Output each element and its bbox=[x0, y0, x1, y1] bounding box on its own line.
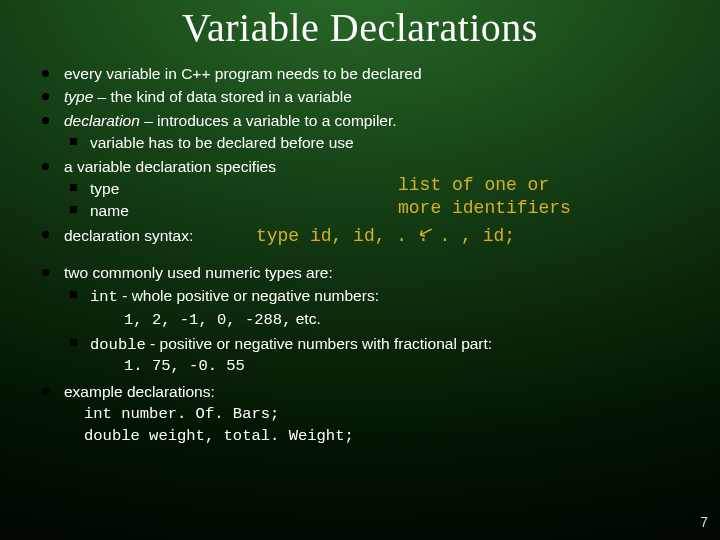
bullet-text: – introduces a variable to a compiler. bbox=[140, 112, 397, 129]
bullet-text: two commonly used numeric types are: bbox=[64, 264, 333, 281]
syntax-code: type id, id, . . . , id; bbox=[256, 226, 515, 246]
term-italic: declaration bbox=[64, 112, 140, 129]
bullet-text: - whole positive or negative numbers: bbox=[118, 287, 379, 304]
callout-line: more identifiers bbox=[398, 197, 571, 220]
sub-bullet-item: name bbox=[64, 200, 682, 221]
example-line: 1. 75, -0. 55 bbox=[90, 356, 682, 377]
bullet-item: type – the kind of data stored in a vari… bbox=[38, 86, 682, 107]
sub-bullet-item: int - whole positive or negative numbers… bbox=[64, 285, 682, 332]
code-line: int number. Of. Bars; bbox=[84, 403, 682, 425]
slide: Variable Declarations every variable in … bbox=[0, 0, 720, 540]
bullet-list: every variable in C++ program needs to b… bbox=[38, 63, 682, 448]
code-inline: 1, 2, -1, 0, -288, bbox=[124, 311, 291, 329]
bullet-item: declaration syntax: type id, id, . . . ,… bbox=[38, 224, 682, 249]
sub-list: variable has to be declared before use bbox=[64, 132, 682, 153]
bullet-item: every variable in C++ program needs to b… bbox=[38, 63, 682, 84]
bullet-text: type bbox=[90, 180, 119, 197]
bullet-item: example declarations: int number. Of. Ba… bbox=[38, 381, 682, 447]
bullet-text: – the kind of data stored in a variable bbox=[93, 88, 352, 105]
code-line: double weight, total. Weight; bbox=[84, 425, 682, 447]
bullet-item: a variable declaration specifies type na… bbox=[38, 156, 682, 222]
page-number: 7 bbox=[700, 514, 708, 530]
code-inline: double bbox=[90, 336, 146, 354]
term-italic: type bbox=[64, 88, 93, 105]
bullet-text: - positive or negative numbers with frac… bbox=[146, 335, 492, 352]
callout-line: list of one or bbox=[398, 174, 571, 197]
sub-list: type name bbox=[64, 178, 682, 222]
sub-bullet-item: type bbox=[64, 178, 682, 199]
code-block: int number. Of. Bars; double weight, tot… bbox=[64, 403, 682, 448]
bullet-text: name bbox=[90, 202, 129, 219]
sub-bullet-item: variable has to be declared before use bbox=[64, 132, 682, 153]
bullet-text: declaration syntax: bbox=[64, 227, 193, 244]
bullet-text: every variable in C++ program needs to b… bbox=[64, 65, 422, 82]
bullet-text: a variable declaration specifies bbox=[64, 158, 276, 175]
code-inline: int bbox=[90, 288, 118, 306]
slide-title: Variable Declarations bbox=[38, 4, 682, 51]
sub-list: int - whole positive or negative numbers… bbox=[64, 285, 682, 378]
sub-bullet-item: double - positive or negative numbers wi… bbox=[64, 333, 682, 378]
bullet-text: variable has to be declared before use bbox=[90, 134, 354, 151]
callout-annotation: list of one or more identifiers bbox=[398, 174, 571, 219]
bullet-text: etc. bbox=[291, 310, 320, 327]
example-line: 1, 2, -1, 0, -288, etc. bbox=[90, 308, 682, 331]
bullet-text: example declarations: bbox=[64, 383, 215, 400]
bullet-item: declaration – introduces a variable to a… bbox=[38, 110, 682, 154]
bullet-item: two commonly used numeric types are: int… bbox=[38, 262, 682, 377]
